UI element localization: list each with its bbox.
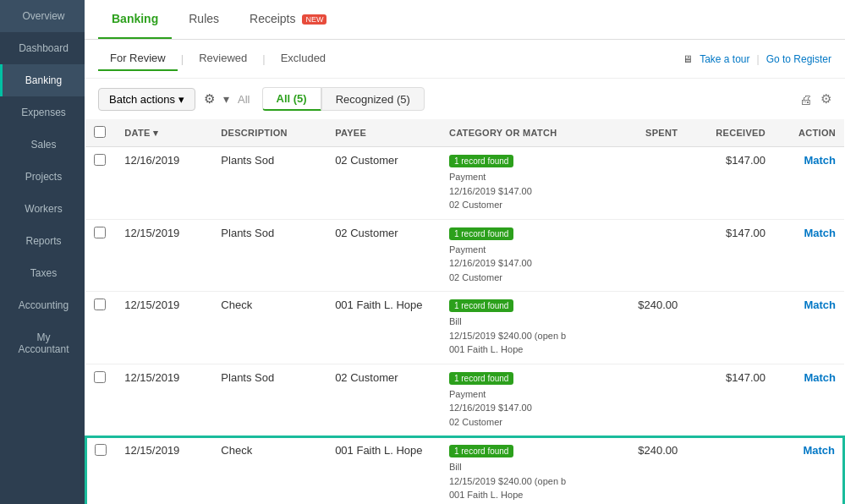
match-button[interactable]: Match — [804, 299, 836, 311]
tour-icon: 🖥 — [683, 53, 693, 65]
row-description: Check — [212, 292, 326, 364]
sidebar-item-dashboard[interactable]: Dashboard — [0, 32, 85, 64]
row-action[interactable]: Match — [774, 364, 844, 436]
tab-all[interactable]: All (5) — [262, 87, 321, 111]
sidebar-item-projects[interactable]: Projects — [0, 161, 85, 193]
table-row: 12/15/2019 Plants Sod 02 Customer 1 reco… — [85, 364, 844, 436]
sub-nav-bar: For Review | Reviewed | Excluded 🖥 Take … — [85, 40, 845, 79]
row-category: 1 record found Payment12/16/2019 $147.00… — [441, 219, 607, 292]
row-payee: 02 Customer — [326, 364, 441, 436]
expanded-table-row: 12/15/2019 Check 001 Faith L. Hope 1 rec… — [85, 436, 844, 504]
row-checkbox[interactable] — [94, 227, 106, 238]
sub-nav-for-review[interactable]: For Review — [98, 47, 178, 71]
tab-recognized[interactable]: Recognized (5) — [321, 87, 425, 111]
row-spent — [607, 364, 686, 436]
sidebar-item-banking[interactable]: Banking — [0, 64, 85, 96]
sidebar-item-sales[interactable]: Sales — [0, 129, 85, 161]
col-header-payee: PAYEE — [326, 119, 441, 147]
tab-receipts[interactable]: Receipts NEW — [236, 0, 340, 39]
toolbar: Batch actions ▾ ⚙ ▾ All All (5) Recogniz… — [85, 79, 845, 119]
sidebar: Overview Dashboard Banking Expenses Sale… — [0, 0, 85, 504]
row-description: Plants Sod — [212, 147, 326, 220]
row-date: 12/15/2019 — [116, 364, 212, 436]
row-received: $147.00 — [686, 364, 774, 436]
row-date: 12/15/2019 — [116, 219, 212, 292]
col-header-received: RECEIVED — [686, 119, 774, 147]
go-to-register-link[interactable]: Go to Register — [766, 53, 831, 65]
expanded-row-action[interactable]: Match — [774, 436, 844, 504]
expanded-row-spent: $240.00 — [607, 436, 686, 504]
expanded-category-detail: Bill12/15/2019 $240.00 (open b001 Faith … — [449, 460, 599, 502]
row-spent: $240.00 — [607, 292, 686, 364]
row-description: Plants Sod — [212, 364, 326, 436]
row-action[interactable]: Match — [774, 147, 844, 220]
batch-actions-button[interactable]: Batch actions ▾ — [98, 88, 195, 111]
sidebar-item-workers[interactable]: Workers — [0, 193, 85, 225]
row-checkbox[interactable] — [94, 299, 106, 310]
print-icon[interactable]: 🖨 — [799, 92, 812, 107]
tab-banking[interactable]: Banking — [98, 0, 172, 39]
category-detail: Payment12/16/2019 $147.0002 Customer — [449, 243, 599, 285]
row-action[interactable]: Match — [774, 219, 844, 292]
record-badge: 1 record found — [449, 155, 514, 167]
expanded-row-received — [686, 436, 774, 504]
table-row: 12/16/2019 Plants Sod 02 Customer 1 reco… — [85, 147, 844, 220]
filter-icon[interactable]: ⚙ — [204, 91, 215, 107]
match-button[interactable]: Match — [804, 371, 836, 384]
row-date: 12/15/2019 — [116, 292, 212, 364]
expanded-row-description: Check — [212, 436, 326, 504]
sidebar-item-overview[interactable]: Overview — [0, 0, 85, 32]
transactions-table: DATE ▾ DESCRIPTION PAYEE CATEGORY OR MAT… — [85, 119, 845, 504]
match-button[interactable]: Match — [804, 154, 836, 167]
row-received: $147.00 — [686, 219, 774, 292]
expanded-row-date: 12/15/2019 — [116, 436, 212, 504]
row-payee: 02 Customer — [326, 219, 441, 292]
select-all-checkbox[interactable] — [94, 126, 106, 138]
category-detail: Payment12/16/2019 $147.0002 Customer — [449, 170, 599, 212]
settings-icon[interactable]: ⚙ — [820, 91, 831, 107]
sidebar-item-accounting[interactable]: Accounting — [0, 289, 85, 321]
row-received — [686, 292, 774, 364]
col-header-date: DATE ▾ — [116, 119, 212, 147]
match-button[interactable]: Match — [804, 227, 836, 239]
row-payee: 001 Faith L. Hope — [326, 292, 441, 364]
chevron-down-icon: ▾ — [178, 93, 184, 106]
sub-nav-excluded[interactable]: Excluded — [269, 47, 337, 71]
sub-nav-links: 🖥 Take a tour | Go to Register — [683, 53, 831, 65]
tab-rules[interactable]: Rules — [175, 0, 233, 39]
row-checkbox[interactable] — [94, 154, 106, 166]
sidebar-item-my-accountant[interactable]: My Accountant — [0, 321, 85, 365]
category-detail: Payment12/16/2019 $147.0002 Customer — [449, 387, 599, 430]
filter-tab-group: All (5) Recognized (5) — [262, 87, 425, 111]
record-badge: 1 record found — [449, 227, 514, 240]
expanded-record-badge: 1 record found — [449, 445, 514, 457]
row-payee: 02 Customer — [326, 147, 441, 220]
expanded-row-category: 1 record found Bill12/15/2019 $240.00 (o… — [441, 436, 607, 504]
row-category: 1 record found Payment12/16/2019 $147.00… — [441, 364, 607, 436]
expanded-row-checkbox[interactable] — [95, 444, 107, 456]
row-action[interactable]: Match — [774, 292, 844, 364]
row-spent — [607, 219, 686, 292]
record-badge: 1 record found — [449, 372, 514, 385]
row-category: 1 record found Bill12/15/2019 $240.00 (o… — [441, 292, 607, 364]
table-header-row: DATE ▾ DESCRIPTION PAYEE CATEGORY OR MAT… — [85, 119, 844, 147]
row-date: 12/16/2019 — [116, 147, 212, 220]
sidebar-item-taxes[interactable]: Taxes — [0, 257, 85, 289]
sidebar-item-expenses[interactable]: Expenses — [0, 96, 85, 129]
expanded-row-payee: 001 Faith L. Hope — [326, 436, 441, 504]
sub-nav-reviewed[interactable]: Reviewed — [187, 47, 259, 71]
table-row: 12/15/2019 Check 001 Faith L. Hope 1 rec… — [85, 292, 844, 364]
expanded-match-button[interactable]: Match — [803, 444, 835, 457]
toolbar-right: 🖨 ⚙ — [799, 91, 831, 107]
table-row: 12/15/2019 Plants Sod 02 Customer 1 reco… — [85, 219, 844, 292]
col-header-action: ACTION — [774, 119, 844, 147]
record-badge: 1 record found — [449, 299, 514, 312]
all-label: All — [238, 93, 250, 106]
sidebar-item-reports[interactable]: Reports — [0, 225, 85, 257]
row-received: $147.00 — [686, 147, 774, 220]
filter-dropdown-icon[interactable]: ▾ — [223, 92, 229, 106]
take-tour-link[interactable]: Take a tour — [700, 53, 749, 65]
new-badge: NEW — [302, 14, 326, 25]
col-header-spent: SPENT — [607, 119, 686, 147]
row-checkbox[interactable] — [94, 371, 106, 383]
